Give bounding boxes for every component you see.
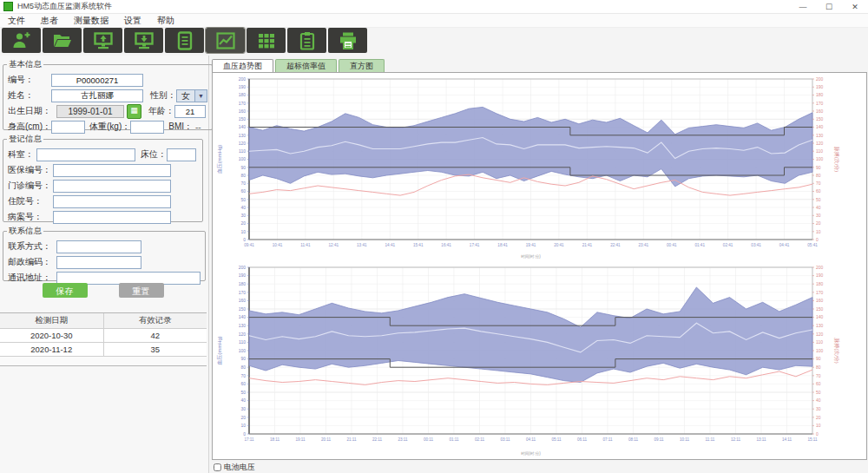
toolbar	[2, 28, 367, 55]
svg-text:150: 150	[239, 116, 247, 122]
basic-info-title: 基本信息	[7, 59, 43, 70]
svg-text:50: 50	[240, 197, 246, 202]
svg-text:40: 40	[816, 397, 821, 403]
svg-text:0: 0	[243, 237, 246, 242]
report-list-button[interactable]	[165, 28, 204, 53]
insurance-no-label: 医保编号：	[8, 164, 53, 176]
add-patient-icon	[11, 31, 32, 50]
print-button[interactable]	[328, 28, 367, 53]
svg-text:20: 20	[240, 220, 246, 226]
svg-text:30: 30	[816, 213, 821, 218]
record-count: 35	[104, 343, 207, 356]
bp-trend-chart-2020-11-12: 17:1118:1119:1120:1121:1122:1123:1100:11…	[213, 261, 865, 459]
svg-text:70: 70	[240, 181, 246, 186]
svg-text:13:41: 13:41	[357, 243, 367, 247]
svg-text:90: 90	[816, 165, 821, 170]
weight-input[interactable]	[130, 121, 164, 134]
age-label: 年龄：	[148, 105, 174, 117]
svg-text:110: 110	[239, 148, 246, 154]
department-input[interactable]	[36, 148, 135, 161]
svg-text:10: 10	[240, 423, 246, 428]
svg-text:10:11: 10:11	[680, 437, 690, 442]
trend-chart-icon	[215, 31, 236, 50]
menu-help[interactable]: 帮助	[149, 15, 182, 27]
weight-label: 体重(kg)：	[89, 121, 130, 133]
svg-text:血压(mmHg): 血压(mmHg)	[216, 336, 222, 365]
svg-text:21:41: 21:41	[582, 243, 593, 247]
print-icon	[338, 31, 358, 50]
window-controls: — ☐ ✕	[790, 0, 868, 13]
trend-chart-button[interactable]	[206, 28, 245, 53]
svg-text:130: 130	[239, 323, 247, 328]
outpatient-no-input[interactable]	[53, 180, 171, 193]
inpatient-no-input[interactable]	[53, 195, 171, 208]
svg-text:05:41: 05:41	[807, 243, 818, 247]
svg-text:17:41: 17:41	[470, 243, 480, 247]
menu-settings[interactable]: 设置	[116, 15, 149, 27]
records-table: 检测日期 有效记录 2020-10-30 42 2020-11-12 35	[0, 312, 207, 366]
gender-select[interactable]: 女 ▼	[176, 89, 207, 102]
app-logo-icon	[3, 2, 13, 11]
svg-text:50: 50	[816, 390, 821, 395]
zip-code-input[interactable]	[56, 256, 141, 269]
patient-id-input[interactable]	[51, 74, 143, 87]
svg-text:09:11: 09:11	[654, 437, 664, 442]
svg-text:16:41: 16:41	[441, 243, 451, 247]
chevron-down-icon[interactable]: ▼	[194, 90, 207, 102]
patient-name-input[interactable]	[51, 89, 143, 102]
table-row[interactable]: 2020-10-30 42	[0, 329, 207, 343]
svg-text:160: 160	[239, 298, 247, 303]
age-input[interactable]	[174, 105, 206, 118]
tab-bp-trend-chart[interactable]: 血压趋势图	[212, 59, 273, 72]
svg-text:50: 50	[240, 390, 246, 395]
svg-text:40: 40	[240, 205, 246, 210]
contact-info-group: 联系信息 联系方式： 邮政编码： 通讯地址：	[3, 226, 206, 281]
svg-text:10: 10	[816, 423, 821, 428]
download-device-button[interactable]	[124, 28, 163, 53]
open-record-button[interactable]	[43, 28, 82, 53]
svg-text:09:41: 09:41	[244, 243, 254, 247]
reset-button[interactable]: 重置	[119, 283, 164, 298]
svg-text:130: 130	[816, 323, 824, 328]
svg-text:180: 180	[239, 92, 247, 97]
upload-device-button[interactable]	[83, 28, 122, 53]
tab-histogram[interactable]: 直方图	[339, 59, 385, 72]
svg-text:110: 110	[816, 339, 823, 345]
inpatient-no-label: 住院号：	[8, 195, 53, 207]
menu-file[interactable]: 文件	[0, 15, 33, 27]
menu-measurement-data[interactable]: 测量数据	[66, 15, 116, 27]
maximize-icon[interactable]: ☐	[816, 0, 842, 13]
close-icon[interactable]: ✕	[842, 0, 868, 13]
column-header-date: 检测日期	[0, 313, 104, 328]
data-grid-icon	[256, 31, 277, 50]
menu-patient[interactable]: 患者	[33, 15, 66, 27]
table-row[interactable]: 2020-11-12 35	[0, 343, 207, 357]
patient-id-label: 编号：	[8, 74, 51, 86]
tab-exceed-ratio[interactable]: 超标倍率值	[275, 59, 337, 72]
phone-input[interactable]	[56, 240, 141, 253]
zip-code-label: 邮政编码：	[8, 256, 56, 268]
svg-text:04:41: 04:41	[779, 243, 790, 247]
save-button[interactable]: 保存	[43, 283, 88, 298]
case-no-input[interactable]	[53, 211, 171, 224]
svg-text:80: 80	[240, 173, 246, 178]
svg-text:22:41: 22:41	[610, 243, 621, 247]
svg-text:10:41: 10:41	[273, 243, 283, 247]
register-info-group: 登记信息 科室： 床位： 医保编号： 门诊编号： 住院号： 病案号：	[3, 134, 203, 222]
height-input[interactable]	[51, 121, 85, 134]
bed-input[interactable]	[167, 148, 196, 161]
record-count: 42	[104, 329, 207, 342]
birth-date-field[interactable]: 1999-01-01	[56, 105, 124, 118]
svg-text:脉搏(次/分): 脉搏(次/分)	[833, 147, 840, 173]
add-patient-button[interactable]	[2, 28, 41, 53]
summary-clipboard-button[interactable]	[287, 28, 326, 53]
minimize-icon[interactable]: —	[790, 0, 816, 13]
battery-voltage-checkbox[interactable]	[214, 463, 221, 471]
data-grid-button[interactable]	[247, 28, 286, 53]
calendar-icon[interactable]: ▦	[127, 104, 141, 119]
insurance-no-input[interactable]	[53, 164, 171, 177]
svg-text:120: 120	[816, 332, 824, 337]
svg-text:22:11: 22:11	[372, 437, 383, 442]
outpatient-no-label: 门诊编号：	[8, 180, 53, 192]
svg-text:170: 170	[816, 290, 824, 295]
